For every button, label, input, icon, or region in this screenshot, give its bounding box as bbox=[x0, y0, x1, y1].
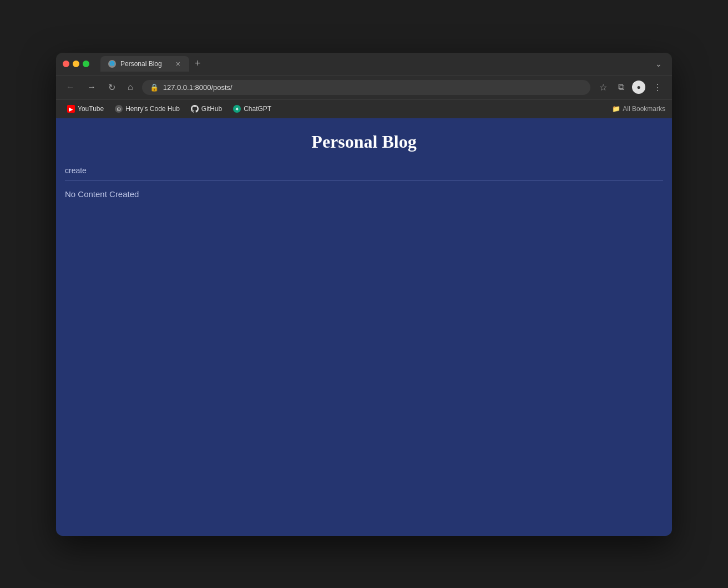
menu-icon: ⋮ bbox=[653, 83, 662, 92]
chevron-down-icon[interactable]: ⌄ bbox=[652, 58, 665, 69]
tab-close-button[interactable]: × bbox=[175, 59, 181, 68]
codehub-favicon: ⊙ bbox=[115, 105, 123, 113]
title-bar-right: ⌄ bbox=[652, 58, 665, 69]
back-icon: ← bbox=[66, 82, 75, 92]
profile-button[interactable]: ● bbox=[632, 81, 645, 94]
title-bar: 🌐 Personal Blog × + ⌄ bbox=[56, 53, 672, 75]
close-button[interactable] bbox=[63, 61, 69, 67]
url-bar[interactable]: 🔒 127.0.0.1:8000/posts/ bbox=[142, 80, 590, 95]
menu-button[interactable]: ⋮ bbox=[650, 80, 665, 95]
youtube-favicon: ▶ bbox=[67, 105, 75, 113]
extensions-button[interactable]: ⧉ bbox=[615, 80, 628, 94]
browser-window: 🌐 Personal Blog × + ⌄ ← → ↻ ⌂ 🔒 127.0.0.… bbox=[56, 53, 672, 536]
bookmark-codehub[interactable]: ⊙ Henry's Code Hub bbox=[110, 103, 184, 115]
all-bookmarks-button[interactable]: 📁 All Bookmarks bbox=[612, 105, 665, 113]
bookmark-chatgpt[interactable]: ✦ ChatGPT bbox=[229, 103, 276, 115]
address-bar-right: ☆ ⧉ ● ⋮ bbox=[596, 80, 665, 95]
forward-button[interactable]: → bbox=[84, 80, 99, 94]
star-button[interactable]: ☆ bbox=[596, 80, 610, 95]
bookmark-youtube-label: YouTube bbox=[78, 105, 104, 113]
maximize-button[interactable] bbox=[83, 61, 89, 67]
forward-icon: → bbox=[87, 82, 96, 92]
page-nav: create bbox=[56, 163, 672, 180]
new-tab-button[interactable]: + bbox=[191, 57, 204, 71]
home-button[interactable]: ⌂ bbox=[124, 80, 136, 94]
tab-title: Personal Blog bbox=[120, 60, 170, 68]
bookmark-codehub-label: Henry's Code Hub bbox=[125, 105, 180, 113]
all-bookmarks-label: All Bookmarks bbox=[623, 105, 665, 113]
bookmark-chatgpt-label: ChatGPT bbox=[244, 105, 271, 113]
reload-button[interactable]: ↻ bbox=[105, 80, 119, 95]
tab-bar: 🌐 Personal Blog × + bbox=[100, 56, 648, 72]
minimize-button[interactable] bbox=[73, 61, 79, 67]
content-area: Personal Blog create No Content Created bbox=[56, 118, 672, 536]
bookmark-github[interactable]: GitHub bbox=[186, 103, 226, 115]
tab-favicon: 🌐 bbox=[108, 60, 116, 68]
bookmark-youtube[interactable]: ▶ YouTube bbox=[63, 103, 108, 115]
address-bar: ← → ↻ ⌂ 🔒 127.0.0.1:8000/posts/ ☆ ⧉ ● ⋮ bbox=[56, 75, 672, 99]
url-text: 127.0.0.1:8000/posts/ bbox=[163, 83, 232, 92]
security-icon: 🔒 bbox=[150, 83, 159, 92]
reload-icon: ↻ bbox=[108, 82, 115, 93]
bookmarks-folder-icon: 📁 bbox=[612, 105, 620, 113]
github-favicon bbox=[191, 105, 199, 113]
active-tab[interactable]: 🌐 Personal Blog × bbox=[100, 56, 189, 72]
bookmarks-bar: ▶ YouTube ⊙ Henry's Code Hub GitHub ✦ Ch… bbox=[56, 99, 672, 118]
star-icon: ☆ bbox=[599, 83, 607, 92]
chatgpt-favicon: ✦ bbox=[233, 105, 241, 113]
home-icon: ⌂ bbox=[128, 82, 133, 92]
traffic-lights bbox=[63, 61, 89, 67]
create-link[interactable]: create bbox=[65, 166, 87, 175]
extensions-icon: ⧉ bbox=[618, 82, 624, 92]
no-content-message: No Content Created bbox=[56, 180, 672, 208]
bookmark-github-label: GitHub bbox=[201, 105, 222, 113]
page-title: Personal Blog bbox=[65, 132, 663, 152]
page-header: Personal Blog bbox=[56, 118, 672, 163]
back-button[interactable]: ← bbox=[63, 80, 78, 94]
